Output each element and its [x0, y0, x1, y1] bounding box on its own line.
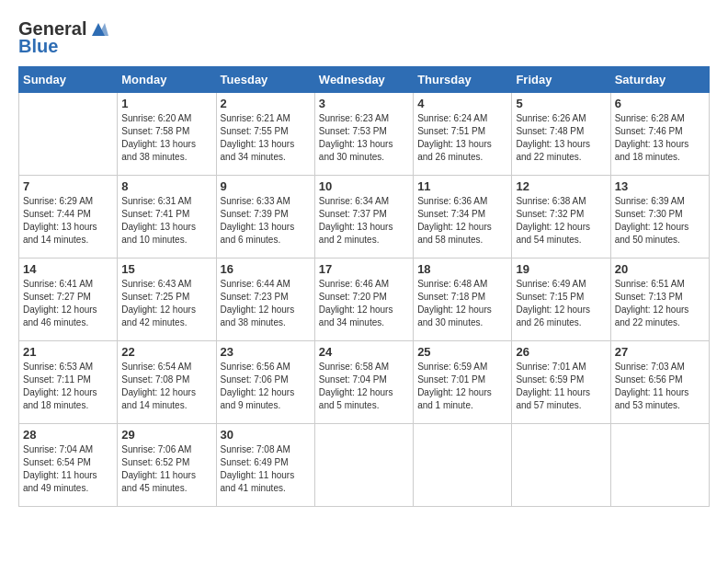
daylight-label: Daylight: 13 hours and 18 minutes.: [615, 139, 689, 162]
sunset-label: Sunset: 7:34 PM: [417, 209, 485, 219]
day-info: Sunrise: 6:29 AM Sunset: 7:44 PM Dayligh…: [23, 195, 113, 247]
calendar-cell: 11 Sunrise: 6:36 AM Sunset: 7:34 PM Dayl…: [414, 176, 512, 259]
sunrise-label: Sunrise: 6:23 AM: [319, 113, 389, 123]
day-info: Sunrise: 7:03 AM Sunset: 6:56 PM Dayligh…: [615, 361, 705, 412]
page-header: General Blue: [18, 18, 710, 57]
sunrise-label: Sunrise: 7:08 AM: [221, 444, 290, 454]
day-number: 3: [319, 97, 409, 110]
calendar-cell: 3 Sunrise: 6:23 AM Sunset: 7:53 PM Dayli…: [314, 93, 413, 176]
day-number: 26: [516, 345, 606, 359]
day-info: Sunrise: 6:36 AM Sunset: 7:34 PM Dayligh…: [417, 195, 507, 247]
day-info: Sunrise: 6:21 AM Sunset: 7:55 PM Dayligh…: [221, 112, 311, 164]
day-number: 5: [516, 97, 606, 110]
sunset-label: Sunset: 6:56 PM: [615, 374, 683, 385]
logo-icon: [88, 19, 108, 40]
calendar-cell: 29 Sunrise: 7:06 AM Sunset: 6:52 PM Dayl…: [118, 424, 216, 507]
daylight-label: Daylight: 13 hours and 14 minutes.: [23, 222, 97, 245]
day-number: 15: [121, 262, 211, 276]
day-number: 29: [121, 428, 211, 442]
sunset-label: Sunset: 7:20 PM: [319, 292, 387, 302]
calendar-week-row: 28 Sunrise: 7:04 AM Sunset: 6:54 PM Dayl…: [19, 424, 710, 507]
daylight-label: Daylight: 11 hours and 53 minutes.: [615, 387, 689, 410]
daylight-label: Daylight: 12 hours and 26 minutes.: [516, 304, 590, 327]
daylight-label: Daylight: 12 hours and 46 minutes.: [23, 304, 97, 327]
sunrise-label: Sunrise: 6:58 AM: [319, 362, 389, 372]
sunset-label: Sunset: 7:11 PM: [23, 374, 91, 385]
day-number: 25: [417, 345, 507, 359]
sunrise-label: Sunrise: 6:49 AM: [516, 279, 586, 289]
sunset-label: Sunset: 7:18 PM: [417, 292, 485, 302]
sunset-label: Sunset: 7:27 PM: [23, 292, 91, 302]
calendar-cell: [512, 424, 610, 507]
calendar-cell: 5 Sunrise: 6:26 AM Sunset: 7:48 PM Dayli…: [512, 93, 610, 176]
sunrise-label: Sunrise: 6:38 AM: [516, 196, 586, 206]
sunrise-label: Sunrise: 6:36 AM: [417, 196, 487, 206]
sunrise-label: Sunrise: 6:54 AM: [121, 362, 191, 372]
sunrise-label: Sunrise: 6:53 AM: [23, 362, 93, 372]
sunrise-label: Sunrise: 6:26 AM: [516, 113, 586, 123]
sunset-label: Sunset: 7:44 PM: [23, 209, 91, 219]
calendar-cell: 22 Sunrise: 6:54 AM Sunset: 7:08 PM Dayl…: [118, 341, 216, 424]
calendar-cell: 6 Sunrise: 6:28 AM Sunset: 7:46 PM Dayli…: [610, 93, 709, 176]
day-info: Sunrise: 6:23 AM Sunset: 7:53 PM Dayligh…: [319, 112, 409, 164]
sunrise-label: Sunrise: 6:41 AM: [23, 279, 93, 289]
day-number: 7: [23, 179, 113, 193]
day-number: 17: [319, 262, 409, 276]
day-number: 28: [23, 428, 113, 442]
sunrise-label: Sunrise: 6:43 AM: [121, 279, 191, 289]
sunset-label: Sunset: 6:59 PM: [516, 374, 584, 385]
day-info: Sunrise: 6:53 AM Sunset: 7:11 PM Dayligh…: [23, 361, 113, 412]
sunrise-label: Sunrise: 6:20 AM: [121, 113, 191, 123]
calendar-cell: 25 Sunrise: 6:59 AM Sunset: 7:01 PM Dayl…: [414, 341, 512, 424]
calendar-week-row: 14 Sunrise: 6:41 AM Sunset: 7:27 PM Dayl…: [19, 259, 710, 341]
day-info: Sunrise: 6:39 AM Sunset: 7:30 PM Dayligh…: [615, 195, 705, 247]
daylight-label: Daylight: 13 hours and 26 minutes.: [417, 139, 492, 162]
daylight-label: Daylight: 13 hours and 30 minutes.: [319, 139, 393, 162]
sunset-label: Sunset: 7:01 PM: [417, 374, 485, 385]
day-info: Sunrise: 6:49 AM Sunset: 7:15 PM Dayligh…: [516, 278, 606, 329]
calendar-cell: 19 Sunrise: 6:49 AM Sunset: 7:15 PM Dayl…: [512, 259, 610, 341]
day-number: 6: [615, 97, 705, 110]
weekday-header: Saturday: [610, 67, 709, 93]
day-number: 14: [23, 262, 113, 276]
daylight-label: Daylight: 11 hours and 45 minutes.: [121, 470, 196, 493]
daylight-label: Daylight: 13 hours and 22 minutes.: [516, 139, 590, 162]
calendar-cell: [314, 424, 413, 507]
sunset-label: Sunset: 7:58 PM: [121, 126, 189, 136]
daylight-label: Daylight: 13 hours and 34 minutes.: [221, 139, 295, 162]
day-info: Sunrise: 6:56 AM Sunset: 7:06 PM Dayligh…: [221, 361, 311, 412]
day-info: Sunrise: 6:58 AM Sunset: 7:04 PM Dayligh…: [319, 361, 409, 412]
calendar-cell: [19, 93, 118, 176]
day-number: 18: [417, 262, 507, 276]
daylight-label: Daylight: 13 hours and 2 minutes.: [319, 222, 393, 245]
day-info: Sunrise: 6:41 AM Sunset: 7:27 PM Dayligh…: [23, 278, 113, 329]
day-info: Sunrise: 6:31 AM Sunset: 7:41 PM Dayligh…: [121, 195, 211, 247]
day-info: Sunrise: 6:34 AM Sunset: 7:37 PM Dayligh…: [319, 195, 409, 247]
day-info: Sunrise: 6:38 AM Sunset: 7:32 PM Dayligh…: [516, 195, 606, 247]
day-number: 11: [417, 179, 507, 193]
daylight-label: Daylight: 12 hours and 42 minutes.: [121, 304, 196, 327]
calendar-cell: [610, 424, 709, 507]
calendar-cell: 15 Sunrise: 6:43 AM Sunset: 7:25 PM Dayl…: [118, 259, 216, 341]
day-info: Sunrise: 6:59 AM Sunset: 7:01 PM Dayligh…: [417, 361, 507, 412]
sunrise-label: Sunrise: 6:46 AM: [319, 279, 389, 289]
daylight-label: Daylight: 11 hours and 41 minutes.: [221, 470, 295, 493]
daylight-label: Daylight: 12 hours and 5 minutes.: [319, 387, 393, 410]
daylight-label: Daylight: 12 hours and 30 minutes.: [417, 304, 492, 327]
day-info: Sunrise: 6:51 AM Sunset: 7:13 PM Dayligh…: [615, 278, 705, 329]
day-info: Sunrise: 6:20 AM Sunset: 7:58 PM Dayligh…: [121, 112, 211, 164]
sunset-label: Sunset: 7:04 PM: [319, 374, 387, 385]
logo-blue-text: Blue: [18, 36, 58, 57]
day-number: 30: [221, 428, 311, 442]
sunrise-label: Sunrise: 6:48 AM: [417, 279, 487, 289]
weekday-header: Wednesday: [314, 67, 413, 93]
sunset-label: Sunset: 7:41 PM: [121, 209, 189, 219]
sunrise-label: Sunrise: 6:21 AM: [221, 113, 290, 123]
day-info: Sunrise: 7:06 AM Sunset: 6:52 PM Dayligh…: [121, 443, 211, 495]
weekday-header: Monday: [118, 67, 216, 93]
sunset-label: Sunset: 7:53 PM: [319, 126, 387, 136]
sunset-label: Sunset: 7:46 PM: [615, 126, 683, 136]
daylight-label: Daylight: 12 hours and 58 minutes.: [417, 222, 492, 245]
calendar-week-row: 7 Sunrise: 6:29 AM Sunset: 7:44 PM Dayli…: [19, 176, 710, 259]
sunrise-label: Sunrise: 7:03 AM: [615, 362, 685, 372]
